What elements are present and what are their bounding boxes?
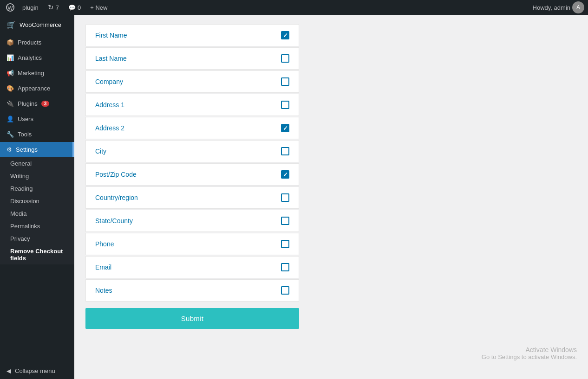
field-checkbox-address-2[interactable] [281,124,289,132]
field-label-email: Email [95,263,111,271]
field-label-address-2: Address 2 [95,124,124,132]
field-row-email: Email [85,256,299,278]
sidebar-item-users[interactable]: 👤 Users [0,111,74,127]
field-row-state-county: State/County [85,210,299,232]
field-label-city: City [95,148,106,155]
admin-bar: W plugin ↻ 7 💬 0 + New Howdy, admin A [0,0,588,15]
sidebar-item-tools[interactable]: 🔧 Tools [0,127,74,142]
woo-label: WooCommerce [20,21,61,28]
site-name-label: plugin [22,4,39,11]
field-row-notes: Notes [85,279,299,302]
appearance-label: Appearance [18,85,50,92]
field-row-city: City [85,140,299,162]
sidebar-item-products[interactable]: 📦 Products [0,35,74,50]
field-checkbox-company[interactable] [281,77,289,86]
field-row-last-name: Last Name [85,47,299,70]
settings-icon: ⚙ [7,146,12,153]
sidebar-item-plugins[interactable]: 🔌 Plugins 3 [0,96,74,111]
main-content: First NameLast NameCompanyAddress 1Addre… [74,15,588,379]
svg-text:W: W [7,5,13,11]
plugins-badge: 3 [41,101,50,107]
plugins-label: Plugins [18,100,38,107]
field-row-address-2: Address 2 [85,117,299,139]
field-label-last-name: Last Name [95,55,127,62]
field-checkbox-country-region[interactable] [281,193,289,202]
comments-count: 0 [78,4,81,11]
field-checkbox-post-zip-code[interactable] [281,170,289,179]
field-checkbox-email[interactable] [281,263,289,271]
updates-count: 7 [56,4,59,11]
marketing-label: Marketing [18,70,44,77]
submenu-media[interactable]: Media [0,207,74,220]
field-row-address-1: Address 1 [85,94,299,116]
field-label-notes: Notes [95,287,112,294]
analytics-label: Analytics [18,54,42,61]
submit-button[interactable]: Submit [85,308,299,329]
analytics-icon: 📊 [7,54,14,61]
site-name-item[interactable]: plugin [19,0,42,15]
new-label: + New [90,4,107,11]
field-row-phone: Phone [85,233,299,255]
submenu-permalinks[interactable]: Permalinks [0,220,74,232]
comments-item[interactable]: 💬 0 [65,0,85,15]
sidebar-item-settings[interactable]: ⚙ Settings [0,142,74,157]
wp-logo[interactable]: W [4,0,17,15]
new-item[interactable]: + New [86,0,111,15]
updates-icon: ↻ [48,3,54,12]
field-label-country-region: Country/region [95,194,138,201]
field-label-address-1: Address 1 [95,101,124,109]
field-row-first-name: First Name [85,24,299,46]
collapse-icon: ◀ [7,367,11,374]
sidebar-item-analytics[interactable]: 📊 Analytics [0,50,74,65]
woocommerce-brand[interactable]: 🛒 WooCommerce [0,15,74,35]
submenu-discussion[interactable]: Discussion [0,195,74,207]
field-checkbox-first-name[interactable] [281,31,289,39]
sidebar-item-marketing[interactable]: 📢 Marketing [0,65,74,81]
field-checkbox-state-county[interactable] [281,217,289,225]
field-label-first-name: First Name [95,32,127,39]
field-row-country-region: Country/region [85,186,299,209]
submenu-writing[interactable]: Writing [0,170,74,182]
marketing-icon: 📢 [7,70,14,77]
field-checkbox-city[interactable] [281,147,289,155]
settings-submenu: General Writing Reading Discussion Media… [0,157,74,264]
tools-label: Tools [18,131,32,138]
greeting-label: Howdy, admin [533,4,570,11]
collapse-label: Collapse menu [15,367,55,374]
field-checkbox-notes[interactable] [281,286,289,295]
users-label: Users [18,116,33,122]
appearance-icon: 🎨 [7,85,14,92]
field-label-company: Company [95,78,123,85]
field-checkbox-last-name[interactable] [281,54,289,63]
field-label-post-zip-code: Post/Zip Code [95,171,137,178]
field-label-state-county: State/County [95,217,133,225]
comments-icon: 💬 [68,4,76,11]
checkout-fields-form: First NameLast NameCompanyAddress 1Addre… [85,24,299,329]
woo-icon: 🛒 [7,20,16,29]
adminbar-right: Howdy, admin A [533,1,584,13]
sidebar: 🛒 WooCommerce 📦 Products 📊 Analytics 📢 M… [0,15,74,379]
plugins-icon: 🔌 [7,100,14,107]
submenu-remove-checkout[interactable]: Remove Checkout fields [0,245,74,264]
products-label: Products [18,39,41,46]
sidebar-item-appearance[interactable]: 🎨 Appearance [0,81,74,96]
submenu-general[interactable]: General [0,157,74,170]
users-icon: 👤 [7,116,14,122]
products-icon: 📦 [7,39,14,46]
collapse-menu-button[interactable]: ◀ Collapse menu [0,363,74,379]
tools-icon: 🔧 [7,131,14,138]
settings-label: Settings [16,146,38,153]
field-row-post-zip-code: Post/Zip Code [85,163,299,186]
submenu-privacy[interactable]: Privacy [0,232,74,245]
field-label-phone: Phone [95,240,114,248]
updates-item[interactable]: ↻ 7 [44,0,63,15]
field-checkbox-address-1[interactable] [281,101,289,109]
field-row-company: Company [85,71,299,93]
avatar: A [572,1,584,13]
field-checkbox-phone[interactable] [281,240,289,248]
submenu-reading[interactable]: Reading [0,182,74,195]
